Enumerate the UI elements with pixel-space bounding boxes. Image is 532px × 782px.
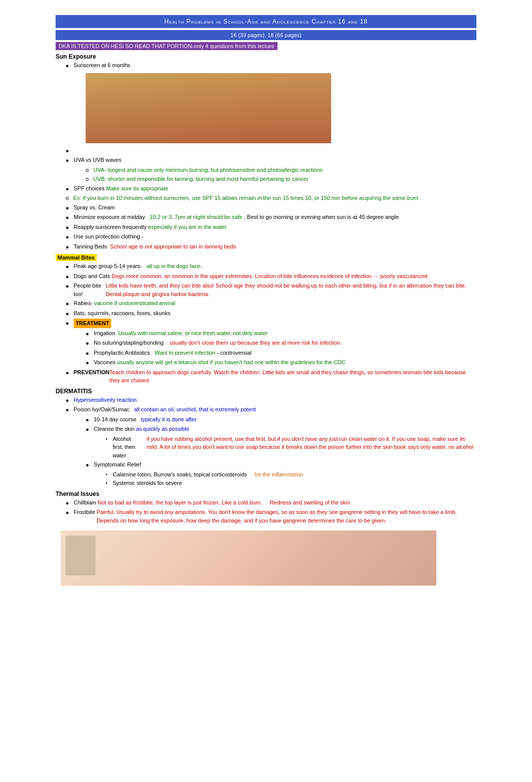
rabies-item: ● Rabies- vaccine if undomesticated anim… bbox=[66, 299, 476, 308]
no-suturing-item: ● No suturing/stapling/bonding usually d… bbox=[86, 339, 476, 348]
cleanse-item: ● Cleanse the skin as quickly as possibl… bbox=[86, 425, 476, 434]
frostbite-item: ● Frostbite Painful. Usually try to avoi… bbox=[66, 508, 476, 525]
sun-exposure-image bbox=[86, 73, 331, 143]
mammal-bites-content: ● Peak age group 5-14 years- all up in t… bbox=[66, 262, 476, 385]
dka-notice: DKA IS TESTED ON HESI SO READ THAT PORTI… bbox=[56, 42, 476, 50]
bottom-image bbox=[61, 531, 436, 586]
reapply-item: ● Reapply sunscreen frequently especiall… bbox=[66, 223, 476, 232]
main-title: Health Problems in School-Age and Adoles… bbox=[56, 15, 476, 28]
uva-uvb-item: ● UVA vs UVB waves bbox=[66, 156, 476, 165]
minimize-item: ● Minimize exposure at midday 10-2 or 3.… bbox=[66, 213, 476, 222]
poison-ivy-item: ● Poison Ivy/Oak/Sumac all contain an oi… bbox=[66, 405, 476, 414]
dogs-cats-item: ● Dogs and Cats Dogs more common, an com… bbox=[66, 272, 476, 281]
people-bite-item: ● People bite too! Little kids have teet… bbox=[66, 282, 476, 298]
alcohol-item: ▪ Alcohol first, then water if you have … bbox=[106, 435, 476, 460]
mammal-bites-title: Mammal Bites bbox=[56, 254, 97, 261]
dermatitis-content: ● Hypersensitiveity reaction. ● Poison I… bbox=[66, 396, 476, 487]
dka-highlight: DKA IS TESTED ON HESI SO READ THAT PORTI… bbox=[56, 42, 278, 50]
rabies-animals: ● Bats, squirrels, raccoons, foxes, skun… bbox=[66, 309, 476, 318]
sun-exposure-title: Sun Exposure bbox=[56, 53, 476, 60]
spf-ex: Ex: if you burn in 10 minutes without su… bbox=[73, 195, 418, 201]
thermal-issues-content: ● Chillblain Not as bad as frostbite, th… bbox=[66, 498, 476, 525]
symptomatic-item: ● Symptomatic Relief bbox=[86, 460, 476, 469]
chillblain-extra: Redness and swelling of the skin bbox=[270, 498, 350, 507]
vaccines-item: ● Vaccines usually anyone will get a tet… bbox=[86, 358, 476, 367]
title-text: Health Problems in School-Age and Adoles… bbox=[164, 18, 368, 25]
course-item: ● 10-14 day course typically it is done … bbox=[86, 415, 476, 424]
spf-item: ● SPF choices Make sure its appropriate bbox=[66, 184, 476, 193]
sun-exposure-content: ● Sunscreen at 6 months ● ● UVA vs UVB w… bbox=[66, 61, 476, 251]
empty-bullet: ● bbox=[66, 146, 476, 155]
uva-text: UVA- longest and cause only minimum burn… bbox=[93, 167, 323, 173]
clothing-item: ● Use sun protection clothing - bbox=[66, 232, 476, 241]
calamine-item: ▪ Calamine lotion, Burrow's soaks, topic… bbox=[106, 470, 476, 479]
spray-item: ● Spray vs. Cream bbox=[66, 203, 476, 212]
sunscreen-item: ● Sunscreen at 6 months bbox=[66, 61, 476, 70]
prophylactic-item: ● Prophylactic Antibiotics Want to preve… bbox=[86, 349, 476, 358]
tanning-item: ● Tanning Beds School age is not appropr… bbox=[66, 242, 476, 251]
poison-ivy-details: ● 10-14 day course typically it is done … bbox=[86, 415, 476, 487]
systemic-item: ▪ Systemic steroids for severe bbox=[106, 479, 476, 487]
dka-text: DKA IS TESTED ON HESI SO READ THAT PORTI… bbox=[59, 43, 275, 49]
treatment-title: TREATMENT bbox=[74, 319, 111, 328]
thermal-issues-title: Thermal Issues bbox=[56, 490, 476, 497]
uva-details: o UVA- longest and cause only minimum bu… bbox=[86, 166, 476, 183]
prevention-item: ● PREVENTION Teach children to approach … bbox=[66, 368, 476, 385]
subtitle: 16 (39 pages), 18 (66 pages) bbox=[56, 30, 476, 40]
chillblain-item: ● Chillblain Not as bad as frostbite, th… bbox=[66, 498, 476, 507]
mammal-bites-section: Mammal Bites bbox=[56, 254, 476, 261]
peak-age-item: ● Peak age group 5-14 years- all up in t… bbox=[66, 262, 476, 271]
irrigation-item: ● Irrigation Usually with normal saline,… bbox=[86, 329, 476, 338]
cleanse-details: ▪ Alcohol first, then water if you have … bbox=[106, 435, 476, 460]
dermatitis-title: DERMATITIS bbox=[56, 388, 476, 395]
treatment-item: ● TREATMENT bbox=[66, 319, 476, 328]
symptomatic-details: ▪ Calamine lotion, Burrow's soaks, topic… bbox=[106, 470, 476, 487]
hypersensitivity-item: ● Hypersensitiveity reaction. bbox=[66, 396, 476, 405]
treatment-details: ● Irrigation Usually with normal saline,… bbox=[86, 329, 476, 367]
subtitle-text: 16 (39 pages), 18 (66 pages) bbox=[230, 32, 302, 38]
uvb-text: UVB: shorter and responsible for tanning… bbox=[93, 176, 308, 182]
